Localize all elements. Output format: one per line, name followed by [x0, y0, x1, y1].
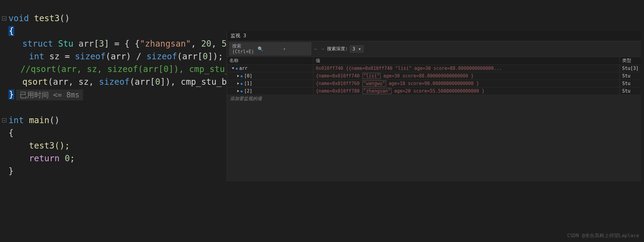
code-line: struct Stu arr[3] = { {"zhangsan", 20, 5 [2, 38, 227, 50]
watch-value-cell: {name=0x010ff740 "lisi" age=30 score=88.… [313, 72, 620, 80]
perf-hint: 已用时间 <= 8ms [16, 90, 83, 100]
watch-type-cell: Stu [620, 87, 641, 95]
chevron-down-icon: ▾ [358, 46, 361, 52]
watch-header-row: 名称 值 类型 [227, 57, 641, 65]
code-line: void test3() [8, 12, 227, 25]
prev-arrow-icon[interactable]: ← [313, 46, 318, 52]
fold-toggle[interactable]: − [0, 118, 8, 123]
object-icon: ◈ [240, 81, 243, 86]
dropdown-icon[interactable]: ▾ [283, 46, 309, 52]
add-watch-item[interactable]: 添加要监视的项 [227, 95, 641, 103]
watch-value-cell: {name=0x010ff760 "wangwu" age=10 score=9… [313, 80, 620, 87]
code-line: int sz = sizeof(arr) / sizeof(arr[0]); [8, 50, 227, 63]
header-name[interactable]: 名称 [227, 57, 313, 64]
depth-select[interactable]: 3▾ [350, 45, 364, 53]
watch-name-cell[interactable]: ◈ [0] [227, 72, 313, 80]
watch-value-cell: 0x010ff740 {{name=0x010ff740 "lisi" age=… [313, 65, 620, 72]
code-line: //qsort(arr, sz, sizeof(arr[0]), cmp_stu… [0, 63, 227, 76]
header-value[interactable]: 值 [313, 57, 620, 64]
watch-type-cell: Stu[3] [620, 65, 641, 72]
code-line: } [8, 165, 227, 178]
highlighted-value: "lisi" [362, 73, 381, 79]
watch-item-name: arr [239, 66, 247, 71]
fold-toggle[interactable]: − [0, 16, 8, 21]
watch-row[interactable]: ◈ [1]{name=0x010ff760 "wangwu" age=10 sc… [227, 80, 641, 87]
search-input[interactable]: 搜索(Ctrl+E) 🔍 ▾ [229, 42, 311, 55]
code-editor[interactable]: − void test3() { struct Stu arr[3] = { {… [0, 0, 227, 242]
highlighted-value: "wangwu" [362, 80, 386, 87]
depth-label: 搜索深度: [327, 46, 348, 52]
header-type[interactable]: 类型 [620, 57, 641, 64]
object-icon: ◈ [240, 74, 243, 78]
expand-icon[interactable] [232, 67, 234, 69]
expand-icon[interactable] [237, 82, 239, 85]
watch-panel: 监视 3 搜索(Ctrl+E) 🔍 ▾ ← → 搜索深度: 3▾ 名称 值 类型… [227, 31, 641, 182]
expand-icon[interactable] [237, 75, 239, 77]
watch-item-name: [1] [244, 81, 252, 86]
watch-toolbar: 搜索(Ctrl+E) 🔍 ▾ ← → 搜索深度: 3▾ [227, 41, 641, 57]
watch-row[interactable]: ◈ [0]{name=0x010ff740 "lisi" age=30 scor… [227, 72, 641, 80]
watch-item-name: [0] [244, 73, 252, 79]
search-icon: 🔍 [258, 46, 283, 52]
code-line: }已用时间 <= 8ms [8, 88, 227, 101]
expand-icon[interactable] [237, 90, 239, 92]
code-line: test3(); [8, 139, 227, 152]
watch-type-cell: Stu [620, 80, 641, 87]
code-line: int main() [8, 114, 227, 127]
code-line: { [8, 127, 227, 139]
watch-name-cell[interactable]: ◈ [1] [227, 80, 313, 87]
watch-item-name: [2] [244, 88, 252, 94]
watch-name-cell[interactable]: ◈ arr [227, 65, 313, 72]
object-icon: ◈ [240, 89, 243, 93]
watermark: CSDN @坐在高树上仰望Laplace [567, 233, 639, 239]
highlighted-value: "zhangsan" [362, 88, 392, 94]
watch-row[interactable]: ◈ arr0x010ff740 {{name=0x010ff740 "lisi"… [227, 65, 641, 72]
code-line: qsort(arr, sz, sizeof(arr[0]), cmp_stu_b [2, 76, 227, 88]
watch-value-cell: {name=0x010ff780 "zhangsan" age=20 score… [313, 87, 620, 95]
watch-title: 监视 3 [227, 31, 641, 41]
code-line: { [8, 25, 227, 38]
watch-type-cell: Stu [620, 72, 641, 80]
next-arrow-icon[interactable]: → [320, 46, 325, 52]
object-icon: ◈ [235, 66, 238, 71]
watch-row[interactable]: ◈ [2]{name=0x010ff780 "zhangsan" age=20 … [227, 87, 641, 95]
watch-name-cell[interactable]: ◈ [2] [227, 87, 313, 95]
code-line: return 0; [8, 152, 227, 165]
